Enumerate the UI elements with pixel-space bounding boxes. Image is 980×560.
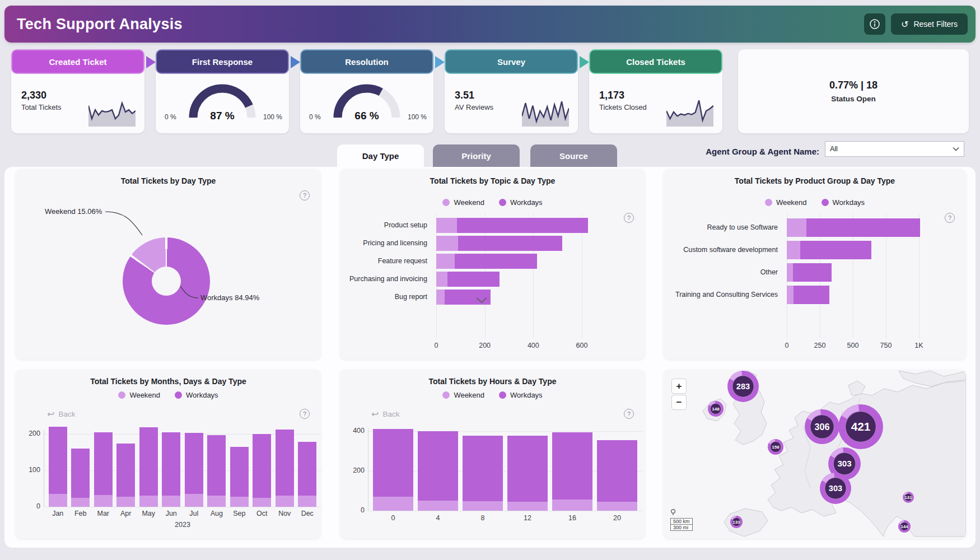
bar-segment-weekend[interactable] [71, 498, 90, 507]
bar-custom-software-development[interactable] [787, 241, 871, 259]
bar-segment-workdays[interactable] [298, 442, 316, 496]
column-8[interactable] [463, 436, 503, 511]
tab-day-type[interactable]: Day Type [337, 144, 424, 167]
column-dec[interactable] [298, 442, 316, 507]
column-16[interactable] [552, 432, 592, 511]
bar-segment-workdays[interactable] [418, 431, 458, 501]
bar-segment-workdays[interactable] [793, 263, 832, 282]
help-icon[interactable]: ? [300, 409, 310, 419]
bar-segment-workdays[interactable] [458, 236, 562, 251]
bar-feature-request[interactable] [436, 254, 537, 269]
drill-back-button[interactable]: ↩ Back [371, 409, 399, 419]
bar-segment-workdays[interactable] [806, 218, 920, 237]
column-jun[interactable] [162, 432, 180, 507]
bar-pricing-and-licensing[interactable] [436, 236, 562, 251]
reset-filters-button[interactable]: ↺ Reset Filters [891, 13, 968, 35]
column-jul[interactable] [185, 433, 203, 507]
bar-segment-weekend[interactable] [597, 502, 637, 511]
bar-segment-weekend[interactable] [207, 496, 226, 507]
help-icon[interactable]: ? [624, 409, 634, 419]
bar-segment-weekend[interactable] [436, 218, 457, 233]
bar-segment-weekend[interactable] [436, 272, 447, 287]
column-0[interactable] [373, 429, 413, 511]
help-icon[interactable]: ? [300, 190, 310, 200]
bar-segment-workdays[interactable] [597, 440, 637, 502]
agent-filter-select[interactable]: All [825, 141, 964, 157]
bar-segment-workdays[interactable] [139, 427, 158, 496]
bar-segment-weekend[interactable] [787, 218, 806, 237]
bar-segment-weekend[interactable] [139, 496, 158, 507]
bar-segment-workdays[interactable] [230, 447, 249, 497]
drill-back-button[interactable]: ↩ Back [47, 409, 75, 419]
bar-segment-workdays[interactable] [276, 430, 294, 496]
legend-item-weekend[interactable]: Weekend [442, 391, 484, 399]
donut-chart[interactable] [123, 237, 210, 325]
legend-item-workdays[interactable]: Workdays [499, 391, 543, 399]
bar-segment-workdays[interactable] [71, 449, 90, 498]
tab-priority[interactable]: Priority [433, 144, 520, 167]
bar-segment-workdays[interactable] [447, 272, 500, 287]
bar-purchasing-and-invoicing[interactable] [436, 272, 500, 287]
legend-item-workdays[interactable]: Workdays [822, 198, 865, 207]
help-icon[interactable]: ? [624, 213, 634, 223]
column-oct[interactable] [253, 434, 271, 507]
bar-segment-weekend[interactable] [436, 254, 455, 269]
tab-source[interactable]: Source [530, 144, 617, 167]
bar-segment-workdays[interactable] [253, 434, 271, 498]
bar-segment-workdays[interactable] [185, 433, 203, 494]
bar-ready-to-use-software[interactable] [787, 218, 920, 237]
bar-segment-weekend[interactable] [185, 494, 203, 507]
bar-segment-weekend[interactable] [298, 496, 316, 507]
bar-segment-weekend[interactable] [418, 501, 458, 511]
bar-segment-weekend[interactable] [373, 497, 413, 511]
bar-segment-weekend[interactable] [276, 496, 294, 507]
bar-segment-weekend[interactable] [436, 290, 445, 305]
map-zoom-out-button[interactable]: − [671, 395, 687, 410]
legend-item-workdays[interactable]: Workdays [175, 391, 218, 399]
bar-segment-workdays[interactable] [116, 444, 135, 496]
bar-segment-weekend[interactable] [787, 263, 793, 282]
bar-segment-weekend[interactable] [49, 494, 67, 507]
bar-segment-workdays[interactable] [49, 427, 67, 494]
bar-segment-weekend[interactable] [253, 498, 271, 507]
column-may[interactable] [139, 427, 158, 507]
bar-training-and-consulting-services[interactable] [787, 286, 829, 304]
bar-segment-weekend[interactable] [162, 496, 180, 507]
legend-item-workdays[interactable]: Workdays [499, 198, 543, 207]
column-12[interactable] [507, 436, 548, 511]
bar-segment-workdays[interactable] [507, 436, 548, 502]
bar-segment-workdays[interactable] [207, 435, 226, 496]
bar-segment-weekend[interactable] [787, 241, 800, 259]
column-aug[interactable] [207, 435, 226, 507]
column-20[interactable] [597, 440, 637, 511]
bar-segment-workdays[interactable] [94, 432, 113, 496]
bar-segment-weekend[interactable] [94, 495, 113, 507]
bar-segment-workdays[interactable] [457, 218, 588, 233]
column-apr[interactable] [116, 444, 135, 507]
bar-other[interactable] [787, 263, 832, 282]
bar-segment-workdays[interactable] [800, 241, 871, 259]
bar-segment-workdays[interactable] [455, 254, 537, 269]
legend-item-weekend[interactable]: Weekend [118, 391, 160, 399]
column-mar[interactable] [94, 432, 113, 507]
column-sep[interactable] [230, 447, 249, 507]
info-button[interactable] [864, 13, 885, 35]
bar-segment-weekend[interactable] [230, 497, 249, 507]
map-zoom-in-button[interactable]: + [671, 379, 687, 394]
bar-segment-workdays[interactable] [552, 432, 592, 500]
bar-segment-workdays[interactable] [162, 432, 180, 496]
bar-segment-weekend[interactable] [463, 501, 503, 511]
legend-item-weekend[interactable]: Weekend [442, 198, 484, 207]
bar-segment-weekend[interactable] [436, 236, 458, 251]
legend-item-weekend[interactable]: Weekend [765, 198, 807, 207]
column-nov[interactable] [276, 430, 294, 507]
europe-map[interactable]: 283148306421158303303133131144 [664, 370, 966, 539]
column-jan[interactable] [49, 427, 67, 507]
column-4[interactable] [418, 431, 458, 511]
bar-segment-workdays[interactable] [794, 286, 829, 304]
bar-product-setup[interactable] [436, 218, 588, 233]
bar-segment-workdays[interactable] [463, 436, 503, 501]
bar-segment-weekend[interactable] [507, 502, 548, 511]
bar-segment-weekend[interactable] [787, 286, 794, 304]
bar-segment-weekend[interactable] [116, 497, 135, 507]
